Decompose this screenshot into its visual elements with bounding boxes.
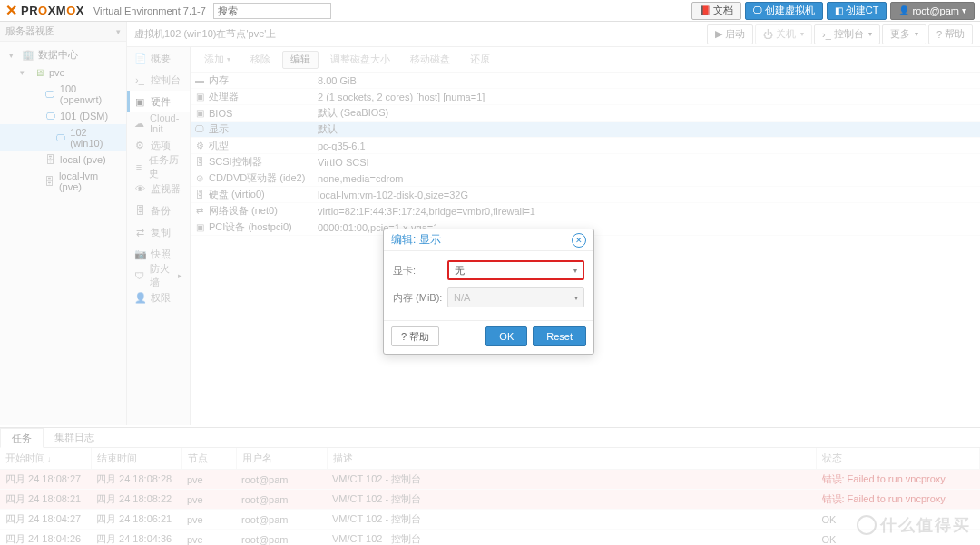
- dialog-help-button[interactable]: ?帮助: [391, 326, 439, 346]
- logo: ✕ PROXMOX Virtual Environment 7.1-7: [5, 2, 206, 19]
- user-icon: 👤: [898, 5, 909, 15]
- dialog-body: 显卡: 无 ▾ 内存 (MiB): N/A ▾: [384, 251, 593, 320]
- book-icon: 📕: [700, 5, 710, 15]
- memory-field: N/A ▾: [447, 287, 584, 307]
- reset-button[interactable]: Reset: [533, 326, 586, 346]
- create-vm-button[interactable]: 🖵创建虚拟机: [745, 2, 823, 20]
- close-icon[interactable]: ✕: [572, 233, 586, 248]
- dialog-footer: ?帮助 OK Reset: [384, 320, 593, 354]
- memory-value: N/A: [454, 292, 470, 303]
- gpu-label: 显卡:: [393, 264, 447, 277]
- ok-button[interactable]: OK: [485, 326, 527, 346]
- top-bar: ✕ PROXMOX Virtual Environment 7.1-7 📕文档 …: [0, 0, 980, 22]
- user-menu-button[interactable]: 👤root@pam▾: [890, 2, 975, 20]
- edit-display-dialog: 编辑: 显示 ✕ 显卡: 无 ▾ 内存 (MiB): N/A ▾ ?帮助 OK …: [383, 229, 594, 355]
- desktop-icon: 🖵: [753, 5, 762, 15]
- gpu-value: 无: [455, 264, 465, 277]
- gpu-select[interactable]: 无 ▾: [447, 260, 584, 280]
- docs-button[interactable]: 📕文档: [691, 2, 741, 20]
- help-icon: ?: [401, 331, 407, 342]
- chevron-down-icon: ▾: [573, 267, 577, 275]
- cube-icon: ◧: [835, 5, 843, 15]
- chevron-down-icon: ▾: [574, 294, 578, 302]
- logo-text: PROXMOX: [21, 4, 84, 17]
- topbar-right: 📕文档 🖵创建虚拟机 ◧创建CT 👤root@pam▾: [691, 2, 975, 20]
- version-text: Virtual Environment 7.1-7: [93, 5, 206, 16]
- logo-x-icon: ✕: [5, 2, 17, 19]
- create-ct-button[interactable]: ◧创建CT: [827, 2, 887, 20]
- dialog-title: 编辑: 显示: [391, 232, 441, 248]
- gpu-row: 显卡: 无 ▾: [393, 260, 584, 280]
- memory-label: 内存 (MiB):: [393, 291, 447, 305]
- memory-row: 内存 (MiB): N/A ▾: [393, 287, 584, 307]
- chevron-down-icon: ▾: [962, 5, 966, 15]
- dialog-header: 编辑: 显示 ✕: [384, 229, 593, 251]
- search-input[interactable]: [213, 3, 331, 19]
